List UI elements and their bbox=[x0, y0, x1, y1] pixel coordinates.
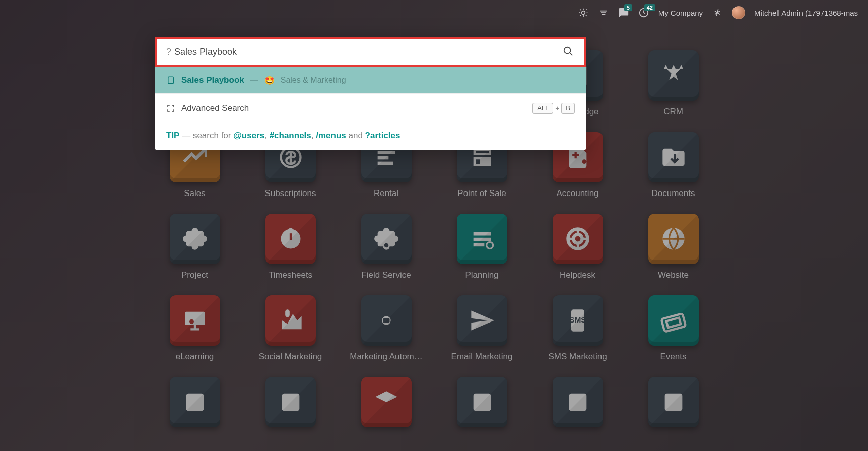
expand-icon bbox=[166, 104, 175, 113]
avatar[interactable] bbox=[732, 6, 745, 19]
search-icon[interactable] bbox=[563, 46, 575, 58]
messages-icon[interactable]: 5 bbox=[618, 7, 629, 18]
tip-label: TIP bbox=[166, 131, 179, 140]
kbd-b: B bbox=[561, 103, 575, 114]
svg-point-30 bbox=[564, 47, 571, 54]
advanced-search-row: Advanced Search ALT + B bbox=[155, 93, 586, 123]
settings-icon[interactable] bbox=[712, 7, 723, 18]
user-menu[interactable]: Mitchell Admin (17971368-mas bbox=[754, 9, 858, 17]
activities-badge: 42 bbox=[644, 4, 655, 11]
messages-badge: 5 bbox=[624, 4, 632, 11]
debug-icon[interactable] bbox=[578, 7, 589, 18]
tray-icon[interactable] bbox=[598, 7, 609, 18]
search-result-item[interactable]: Sales Playbook — 🤩 Sales & Marketing bbox=[155, 67, 586, 93]
svg-point-28 bbox=[581, 11, 585, 15]
tip-menus: /menus bbox=[316, 131, 346, 140]
keyboard-shortcut: ALT + B bbox=[532, 103, 575, 114]
kbd-alt: ALT bbox=[532, 103, 553, 114]
company-switcher[interactable]: My Company bbox=[658, 9, 703, 17]
activities-icon[interactable]: 42 bbox=[638, 7, 649, 18]
tip-channels: #channels bbox=[270, 131, 311, 140]
search-input-wrap: ? bbox=[155, 37, 586, 67]
kbd-plus: + bbox=[555, 104, 559, 112]
result-subtitle: Sales & Marketing bbox=[281, 76, 346, 85]
search-tip: TIP — search for @users, #channels, /men… bbox=[155, 123, 586, 150]
search-prefix: ? bbox=[166, 47, 171, 57]
command-palette: ? Sales Playbook — 🤩 Sales & Marketing A… bbox=[155, 37, 586, 150]
tip-articles: ?articles bbox=[365, 131, 400, 140]
svg-rect-31 bbox=[168, 77, 174, 84]
topbar: 5 42 My Company Mitchell Admin (17971368… bbox=[568, 0, 868, 25]
advanced-search-label: Advanced Search bbox=[181, 103, 249, 113]
article-icon bbox=[166, 76, 175, 85]
search-input[interactable] bbox=[174, 47, 560, 57]
tip-users: @users bbox=[233, 131, 264, 140]
result-title: Sales Playbook bbox=[181, 75, 244, 85]
result-emoji: 🤩 bbox=[264, 76, 275, 85]
advanced-search-button[interactable]: Advanced Search bbox=[166, 103, 249, 113]
result-separator: — bbox=[250, 76, 258, 85]
